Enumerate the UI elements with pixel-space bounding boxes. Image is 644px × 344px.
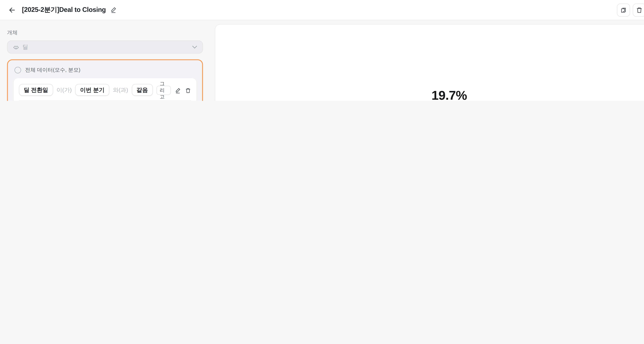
condition-value-chip[interactable]: 이번 분기 bbox=[75, 84, 109, 96]
denominator-header[interactable]: 전체 데이터(모수, 분모) bbox=[14, 66, 196, 74]
conversion-stat-card: 19.7% 전환율 bbox=[215, 24, 644, 101]
condition-particle: 와(과) bbox=[113, 84, 128, 96]
page-title: [2025-2분기]Deal to Closing bbox=[22, 6, 106, 14]
object-label: 개체 bbox=[7, 29, 203, 36]
duplicate-button[interactable] bbox=[617, 3, 630, 16]
condition-divider bbox=[19, 100, 191, 100]
condition-copula: 이(가) bbox=[56, 84, 72, 96]
trash-icon[interactable] bbox=[185, 87, 191, 94]
chevron-down-icon bbox=[192, 45, 197, 49]
trash-icon bbox=[636, 6, 643, 14]
and-join-chip[interactable]: 그리고 bbox=[156, 86, 171, 95]
edit-pencil-icon bbox=[110, 6, 117, 13]
back-button[interactable] bbox=[5, 3, 18, 16]
denominator-group: 전체 데이터(모수, 분모) 딜 전환일 이(가) 이번 분기 와(과) 같음 … bbox=[7, 60, 203, 101]
title-edit-button[interactable] bbox=[110, 6, 117, 13]
condition-field-chip[interactable]: 딜 전환일 bbox=[19, 84, 53, 96]
deal-handshake-icon bbox=[13, 44, 19, 50]
back-arrow-icon bbox=[8, 6, 16, 14]
condition-actions: 그리고 bbox=[156, 84, 191, 95]
topbar-actions: 저장하기 bbox=[617, 3, 644, 16]
content-area: 개체 딜 전체 데이터(모수, 분모) 딜 전 bbox=[0, 20, 644, 101]
top-bar: [2025-2분기]Deal to Closing 저장하기 bbox=[0, 0, 644, 20]
delete-button[interactable] bbox=[633, 3, 644, 16]
object-value: 딜 bbox=[22, 43, 28, 51]
result-panel: 19.7% 전환율 구성데이터 딜 76 bbox=[210, 20, 644, 101]
conversion-rate-value: 19.7% bbox=[432, 88, 467, 101]
condition-row: 딜 전환일 이(가) 이번 분기 와(과) 같음 그리고 bbox=[19, 82, 191, 97]
denominator-title: 전체 데이터(모수, 분모) bbox=[25, 66, 80, 74]
query-builder-sidebar: 개체 딜 전체 데이터(모수, 분모) 딜 전 bbox=[0, 20, 210, 101]
object-select[interactable]: 딜 bbox=[7, 40, 203, 54]
radio-unchecked-icon[interactable] bbox=[14, 67, 21, 74]
duplicate-icon bbox=[620, 6, 627, 14]
denominator-condition-card: 딜 전환일 이(가) 이번 분기 와(과) 같음 그리고 bbox=[14, 78, 196, 101]
edit-pencil-icon[interactable] bbox=[175, 87, 181, 94]
app-window: [2025-2분기]Deal to Closing 저장하기 개체 bbox=[0, 0, 644, 101]
condition-operator-chip[interactable]: 같음 bbox=[132, 84, 153, 96]
